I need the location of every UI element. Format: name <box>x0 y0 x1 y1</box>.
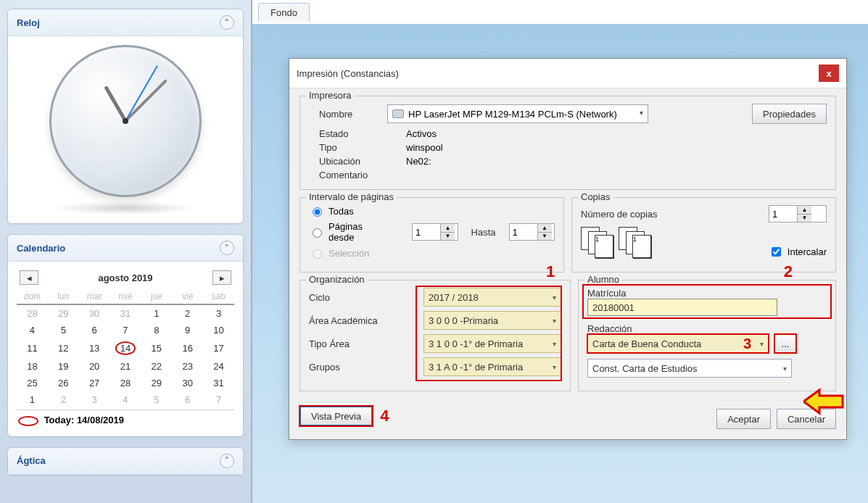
cal-prev-button[interactable]: ◂ <box>20 270 38 285</box>
group-alumno: Alumno Matrícula Redacción Carta de Buen… <box>578 280 836 391</box>
annot-3: 3 <box>743 336 751 352</box>
cal-next-button[interactable]: ▸ <box>212 270 231 285</box>
dialog-close-button[interactable]: x <box>819 65 839 82</box>
today-label[interactable]: Today: 14/08/2019 <box>44 415 124 425</box>
cal-day[interactable]: 28 <box>110 375 141 391</box>
cal-day[interactable]: 7 <box>203 391 234 408</box>
cal-day[interactable]: 4 <box>17 322 48 338</box>
chk-intercalar[interactable]: Intercalar <box>769 245 827 259</box>
cal-day[interactable]: 11 <box>17 338 48 358</box>
cal-day[interactable]: 29 <box>48 304 79 322</box>
group-impresora: Impresora Nombre HP LaserJet MFP M129-M1… <box>299 96 836 190</box>
radio-todas[interactable]: Todas <box>309 205 354 217</box>
lbl-tipo: Tipo <box>319 142 406 153</box>
today-marker-icon <box>18 416 38 426</box>
input-matricula[interactable] <box>587 299 777 316</box>
cal-day[interactable]: 25 <box>17 375 48 391</box>
legend-impresora: Impresora <box>306 90 355 101</box>
cal-day[interactable]: 6 <box>172 391 203 408</box>
cal-day[interactable]: 5 <box>48 322 79 338</box>
cal-day[interactable]: 6 <box>79 322 110 338</box>
collate-diagram-icon: 1 <box>581 227 616 259</box>
cal-day[interactable]: 2 <box>172 304 203 322</box>
select-grupos[interactable]: 3 1 A 0 -1° de Primaria▾ <box>423 357 561 376</box>
cal-day[interactable]: 13 <box>79 338 110 358</box>
dialog-title: Impresión (Constancias) <box>297 68 399 79</box>
cal-day[interactable]: 10 <box>203 322 234 338</box>
cal-day[interactable]: 4 <box>110 391 141 408</box>
printer-combo[interactable]: HP LaserJet MFP M129-M134 PCLm-S (Networ… <box>387 104 648 123</box>
lbl-nombre: Nombre <box>309 109 381 120</box>
cal-day[interactable]: 15 <box>141 338 172 358</box>
calendario-collapse-icon[interactable]: ˄ <box>220 241 234 255</box>
cal-dow: mar <box>79 289 110 304</box>
cal-day[interactable]: 22 <box>141 358 172 375</box>
legend-intervalo: Intervalo de páginas <box>306 191 397 202</box>
cal-day[interactable]: 29 <box>141 375 172 391</box>
legend-org: Organización <box>306 274 368 285</box>
annot-1: 1 <box>546 262 555 281</box>
cal-day[interactable]: 31 <box>110 304 141 322</box>
select-tipo-area[interactable]: 3 1 0 0 -1° de Primaria▾ <box>423 334 561 353</box>
group-organizacion: Organización Ciclo 2017 / 2018▾ Área Aca… <box>299 280 571 391</box>
widget-reloj: Reloj ˄ <box>7 9 244 224</box>
lbl-ciclo: Ciclo <box>309 292 418 303</box>
cal-day[interactable]: 30 <box>79 304 110 322</box>
cal-day[interactable]: 20 <box>79 358 110 375</box>
printer-name-value: HP LaserJet MFP M129-M134 PCLm-S (Networ… <box>408 109 617 120</box>
cal-day[interactable]: 2 <box>48 391 79 408</box>
cal-day[interactable]: 9 <box>172 322 203 338</box>
radio-paginas-desde[interactable]: Páginas desde <box>309 221 390 243</box>
cal-day[interactable]: 14 <box>110 338 141 358</box>
cal-day[interactable]: 3 <box>79 391 110 408</box>
tab-fondo[interactable]: Fondo <box>258 3 310 22</box>
cal-day[interactable]: 1 <box>141 304 172 322</box>
group-copias: Copias Número de copias ▲▼ <box>571 197 836 273</box>
legend-copias: Copias <box>578 191 613 202</box>
select-ciclo[interactable]: 2017 / 2018▾ <box>423 288 561 307</box>
cal-day[interactable]: 24 <box>203 358 234 375</box>
cal-day[interactable]: 18 <box>17 358 48 375</box>
cal-day[interactable]: 12 <box>48 338 79 358</box>
cal-day[interactable]: 27 <box>79 375 110 391</box>
vista-previa-button[interactable]: Vista Previa <box>299 406 373 426</box>
lbl-comentario: Comentario <box>319 170 406 180</box>
cal-day[interactable]: 16 <box>172 338 203 358</box>
svg-marker-0 <box>803 390 843 413</box>
spin-copias[interactable]: ▲▼ <box>769 205 827 223</box>
spin-desde[interactable]: ▲▼ <box>412 223 458 241</box>
calendar-grid: domlunmarmiéjueviesáb 282930311234567891… <box>17 289 234 408</box>
cal-day[interactable]: 31 <box>203 375 234 391</box>
cal-day[interactable]: 21 <box>110 358 141 375</box>
cal-day[interactable]: 17 <box>203 338 234 358</box>
aceptar-button[interactable]: Aceptar <box>716 409 771 429</box>
select-constancia[interactable]: Const. Carta de Estudios▾ <box>587 359 792 378</box>
select-carta[interactable]: Carta de Buena Conducta 3 ▾ <box>587 334 769 353</box>
cal-day[interactable]: 3 <box>203 304 234 322</box>
cal-day[interactable]: 28 <box>17 304 48 322</box>
lbl-ubicacion: Ubicación <box>319 156 406 167</box>
tabstrip: Fondo <box>252 0 868 25</box>
propiedades-button[interactable]: Propiedades <box>752 104 827 124</box>
group-intervalo: Intervalo de páginas Todas Páginas desde <box>299 197 564 273</box>
dots-button[interactable]: ... <box>774 334 796 353</box>
reloj-collapse-icon[interactable]: ˄ <box>220 15 234 30</box>
cal-day[interactable]: 5 <box>141 391 172 408</box>
cal-day[interactable]: 26 <box>48 375 79 391</box>
cal-day[interactable]: 7 <box>110 322 141 338</box>
lbl-estado: Estado <box>319 128 406 139</box>
spin-hasta[interactable]: ▲▼ <box>509 223 555 241</box>
cal-day[interactable]: 8 <box>141 322 172 338</box>
select-area[interactable]: 3 0 0 0 -Primaria▾ <box>423 311 561 330</box>
analog-clock <box>49 45 202 197</box>
radio-seleccion: Selección <box>309 247 369 259</box>
agtica-collapse-icon[interactable]: ˄ <box>220 454 234 468</box>
cal-day[interactable]: 19 <box>48 358 79 375</box>
cal-dow: sáb <box>203 289 234 304</box>
cal-day[interactable]: 23 <box>172 358 203 375</box>
cal-day[interactable]: 30 <box>172 375 203 391</box>
lbl-area: Área Académica <box>309 315 418 326</box>
lbl-num-copias: Número de copias <box>581 209 658 220</box>
cal-day[interactable]: 1 <box>17 391 48 408</box>
widget-agtica: Ágtica ˄ <box>7 447 244 475</box>
